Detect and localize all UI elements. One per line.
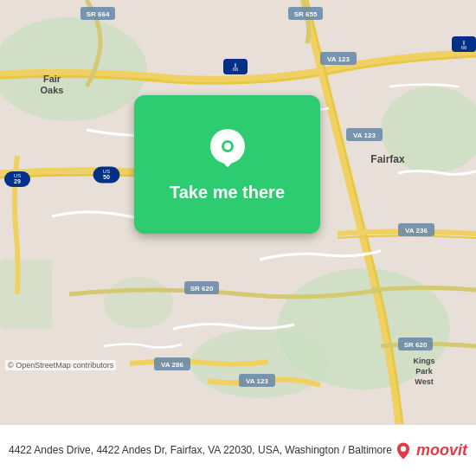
svg-text:SR 664: SR 664: [87, 10, 110, 18]
moovit-logo-icon: [394, 441, 413, 460]
svg-text:SR 620: SR 620: [190, 285, 214, 293]
svg-text:Oaks: Oaks: [41, 85, 64, 95]
svg-text:Park: Park: [415, 367, 434, 376]
svg-text:VA 123: VA 123: [246, 377, 268, 385]
svg-text:Fair: Fair: [43, 74, 61, 84]
copyright-notice: © OpenStreetMap contributors: [5, 360, 116, 370]
svg-text:50: 50: [103, 174, 110, 180]
svg-text:Kings: Kings: [413, 357, 434, 365]
svg-text:66: 66: [233, 67, 239, 72]
svg-point-45: [224, 143, 231, 150]
svg-text:SR 655: SR 655: [294, 10, 318, 18]
svg-text:VA 236: VA 236: [405, 227, 428, 235]
svg-point-6: [104, 277, 173, 329]
svg-text:West: West: [415, 377, 433, 386]
svg-text:29: 29: [14, 178, 21, 184]
svg-text:SR 620: SR 620: [404, 341, 428, 349]
svg-text:66: 66: [461, 45, 467, 50]
svg-text:VA 123: VA 123: [327, 55, 350, 63]
svg-point-46: [401, 446, 406, 451]
cta-button[interactable]: Take me there: [134, 95, 320, 234]
cta-label: Take me there: [170, 183, 285, 203]
location-pin-icon: [205, 127, 250, 172]
svg-text:Fairfax: Fairfax: [370, 153, 405, 165]
address-text: 4422 Andes Drive, 4422 Andes Dr, Fairfax…: [9, 443, 394, 458]
svg-rect-5: [0, 260, 52, 329]
svg-text:VA 286: VA 286: [161, 361, 183, 369]
svg-text:VA 123: VA 123: [353, 132, 376, 139]
moovit-logo: moovit: [394, 441, 467, 460]
map-container: SR 664 SR 655 I 66 I 66 VA 123 US 50 US …: [0, 0, 476, 424]
moovit-brand-text: moovit: [416, 441, 467, 460]
info-bar: 4422 Andes Drive, 4422 Andes Dr, Fairfax…: [0, 424, 476, 476]
